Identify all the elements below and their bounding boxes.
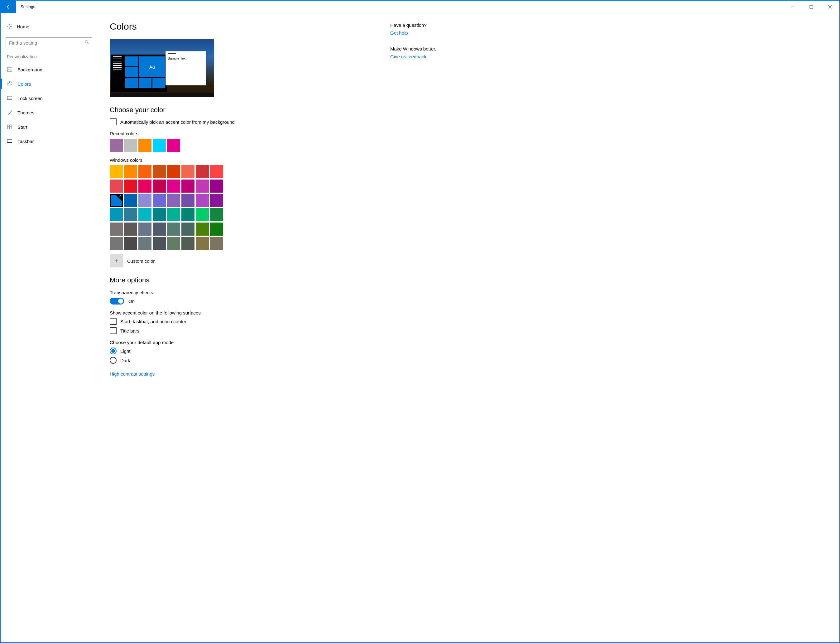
surface-start-checkbox[interactable] bbox=[110, 318, 117, 325]
app-mode-dark-radio[interactable] bbox=[110, 357, 117, 364]
transparency-label: Transparency effects bbox=[110, 290, 353, 295]
search-icon bbox=[85, 40, 89, 46]
titlebar: Settings bbox=[1, 1, 839, 13]
home-label: Home bbox=[17, 24, 29, 29]
svg-rect-12 bbox=[10, 125, 12, 127]
windows-color-swatch[interactable] bbox=[139, 180, 152, 193]
windows-color-swatch[interactable] bbox=[210, 165, 223, 178]
windows-color-swatch[interactable] bbox=[210, 222, 223, 236]
minimize-button[interactable] bbox=[783, 1, 802, 13]
windows-color-swatch[interactable] bbox=[196, 194, 209, 207]
custom-color-button[interactable]: + bbox=[110, 255, 123, 268]
sidebar-item-colors[interactable]: Colors bbox=[1, 77, 97, 91]
windows-color-swatch[interactable] bbox=[110, 180, 123, 193]
preview-thumbnail: Aa Sample Text bbox=[110, 39, 214, 97]
transparency-toggle[interactable] bbox=[110, 298, 124, 305]
search-input[interactable] bbox=[6, 38, 92, 48]
sidebar-item-label: Background bbox=[18, 67, 42, 72]
windows-color-swatch[interactable] bbox=[210, 180, 223, 193]
close-button[interactable] bbox=[821, 1, 839, 13]
surfaces-label: Show accent color on the following surfa… bbox=[110, 310, 353, 315]
preview-window-text: Sample Text bbox=[168, 56, 186, 60]
windows-color-swatch[interactable] bbox=[181, 237, 194, 250]
windows-color-swatch[interactable] bbox=[153, 165, 166, 178]
recent-color-swatch[interactable] bbox=[153, 139, 166, 152]
windows-color-swatch[interactable] bbox=[167, 194, 180, 207]
windows-color-swatch[interactable] bbox=[167, 237, 180, 250]
aside-feedback-heading: Make Windows better. bbox=[390, 46, 484, 51]
sidebar-item-lockscreen[interactable]: Lock screen bbox=[1, 91, 97, 105]
sidebar-item-background[interactable]: Background bbox=[1, 62, 97, 77]
recent-color-swatch[interactable] bbox=[110, 139, 123, 152]
windows-color-swatch[interactable] bbox=[196, 208, 209, 221]
windows-color-swatch[interactable] bbox=[124, 180, 137, 193]
palette-icon bbox=[7, 81, 13, 86]
windows-color-swatch[interactable] bbox=[210, 237, 223, 250]
windows-color-swatch[interactable] bbox=[181, 165, 194, 178]
windows-color-swatch[interactable] bbox=[139, 165, 152, 178]
windows-color-swatch[interactable] bbox=[124, 194, 137, 207]
svg-rect-16 bbox=[8, 142, 12, 143]
windows-color-swatch[interactable] bbox=[167, 208, 180, 221]
windows-color-swatch[interactable] bbox=[153, 180, 166, 193]
sidebar-item-start[interactable]: Start bbox=[1, 120, 97, 134]
windows-color-swatch[interactable] bbox=[124, 165, 137, 178]
svg-rect-1 bbox=[810, 5, 813, 8]
svg-rect-11 bbox=[8, 125, 9, 127]
give-feedback-link[interactable]: Give us feedback bbox=[390, 54, 426, 59]
windows-color-swatch[interactable] bbox=[196, 180, 209, 193]
surface-titlebar-checkbox[interactable] bbox=[110, 327, 117, 334]
windows-color-swatch[interactable] bbox=[167, 222, 180, 236]
picture-icon bbox=[7, 67, 13, 72]
recent-color-swatch[interactable] bbox=[167, 139, 180, 152]
windows-color-swatch[interactable] bbox=[124, 208, 137, 221]
sidebar-item-label: Themes bbox=[18, 110, 34, 115]
windows-color-swatch[interactable] bbox=[124, 222, 137, 236]
svg-point-7 bbox=[9, 82, 10, 83]
windows-color-swatch[interactable] bbox=[139, 194, 152, 207]
windows-color-swatch[interactable] bbox=[153, 237, 166, 250]
windows-color-swatch[interactable] bbox=[110, 194, 123, 207]
home-nav[interactable]: Home bbox=[1, 19, 97, 34]
windows-color-swatch[interactable] bbox=[196, 222, 209, 236]
app-mode-light-radio[interactable] bbox=[110, 348, 117, 354]
windows-color-swatch[interactable] bbox=[181, 180, 194, 193]
windows-color-swatch[interactable] bbox=[153, 222, 166, 236]
windows-color-swatch[interactable] bbox=[210, 208, 223, 221]
windows-color-swatch[interactable] bbox=[181, 208, 194, 221]
windows-color-swatch[interactable] bbox=[124, 237, 137, 250]
svg-point-6 bbox=[8, 83, 9, 84]
gear-icon bbox=[7, 24, 13, 29]
windows-color-swatch[interactable] bbox=[139, 222, 152, 236]
back-button[interactable] bbox=[1, 1, 16, 13]
windows-color-swatch[interactable] bbox=[139, 237, 152, 250]
windows-color-swatch[interactable] bbox=[181, 194, 194, 207]
more-options-heading: More options bbox=[110, 276, 353, 284]
windows-color-swatch[interactable] bbox=[153, 194, 166, 207]
sidebar-item-taskbar[interactable]: Taskbar bbox=[1, 134, 97, 149]
windows-color-swatch[interactable] bbox=[196, 165, 209, 178]
windows-color-swatch[interactable] bbox=[167, 165, 180, 178]
high-contrast-link[interactable]: High contrast settings bbox=[110, 371, 155, 377]
app-mode-label: Choose your default app mode bbox=[110, 340, 353, 345]
windows-color-swatch[interactable] bbox=[167, 180, 180, 193]
windows-color-swatch[interactable] bbox=[110, 208, 123, 221]
recent-color-swatch[interactable] bbox=[139, 139, 152, 152]
maximize-button[interactable] bbox=[802, 1, 821, 13]
transparency-value: On bbox=[129, 299, 135, 304]
windows-color-swatch[interactable] bbox=[139, 208, 152, 221]
windows-color-swatch[interactable] bbox=[196, 237, 209, 250]
surface-start-label: Start, taskbar, and action center bbox=[120, 319, 186, 324]
windows-color-swatch[interactable] bbox=[110, 222, 123, 236]
svg-rect-9 bbox=[8, 96, 12, 100]
sidebar-item-themes[interactable]: Themes bbox=[1, 105, 97, 120]
windows-color-swatch[interactable] bbox=[181, 222, 194, 236]
windows-color-swatch[interactable] bbox=[210, 194, 223, 207]
get-help-link[interactable]: Get help bbox=[390, 30, 408, 36]
auto-accent-checkbox[interactable] bbox=[110, 118, 117, 125]
windows-color-swatch[interactable] bbox=[110, 165, 123, 178]
svg-rect-14 bbox=[10, 127, 12, 129]
recent-color-swatch[interactable] bbox=[124, 139, 137, 152]
windows-color-swatch[interactable] bbox=[110, 237, 123, 250]
windows-color-swatch[interactable] bbox=[153, 208, 166, 221]
